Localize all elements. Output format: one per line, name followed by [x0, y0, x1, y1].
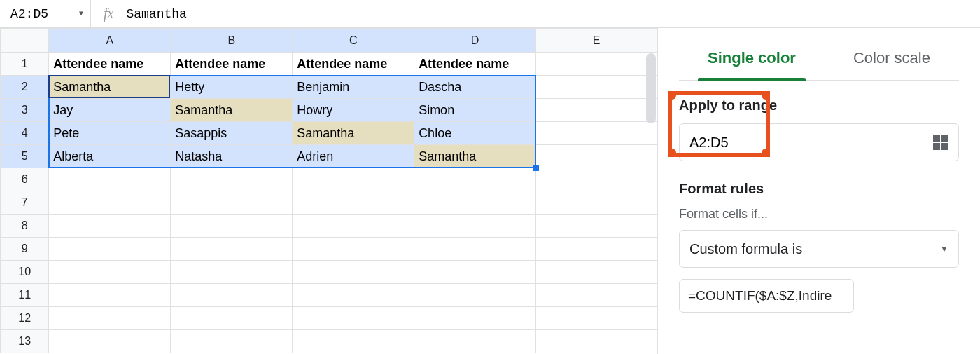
cell-C6[interactable] [293, 168, 414, 191]
row-header-2[interactable]: 2 [1, 76, 49, 99]
custom-formula-input[interactable] [679, 279, 854, 313]
cell-A8[interactable] [49, 215, 171, 238]
cell-A13[interactable] [49, 330, 171, 353]
select-all-corner[interactable] [1, 29, 49, 53]
column-header-A[interactable]: A [49, 29, 171, 53]
column-header-B[interactable]: B [171, 29, 293, 53]
cell-E8[interactable] [536, 215, 657, 238]
cell-A4[interactable]: Pete [49, 122, 171, 145]
cell-D6[interactable] [414, 168, 536, 191]
tab-single-color[interactable]: Single color [705, 42, 799, 80]
cell-E6[interactable] [536, 168, 657, 191]
format-cells-if-label: Format cells if... [679, 207, 959, 222]
chevron-down-icon[interactable]: ▼ [79, 10, 83, 18]
select-range-icon[interactable] [933, 135, 948, 150]
cell-C8[interactable] [293, 215, 414, 238]
cell-E12[interactable] [536, 307, 657, 330]
cell-D1[interactable]: Attendee name [414, 53, 536, 76]
row-header-13[interactable]: 13 [1, 330, 49, 353]
cell-D2[interactable]: Dascha [414, 76, 536, 99]
cell-E13[interactable] [536, 330, 657, 353]
cell-A11[interactable] [49, 284, 171, 307]
cell-B6[interactable] [171, 168, 293, 191]
cell-B12[interactable] [171, 307, 293, 330]
cell-B2[interactable]: Hetty [171, 76, 293, 99]
cell-A5[interactable]: Alberta [49, 145, 171, 168]
row-header-4[interactable]: 4 [1, 122, 49, 145]
cell-D13[interactable] [414, 330, 536, 353]
cell-D3[interactable]: Simon [414, 99, 536, 122]
cell-B4[interactable]: Sasappis [171, 122, 293, 145]
cell-B13[interactable] [171, 330, 293, 353]
cell-A1[interactable]: Attendee name [49, 53, 171, 76]
column-header-E[interactable]: E [536, 29, 657, 53]
row-header-3[interactable]: 3 [1, 99, 49, 122]
cell-A2[interactable]: Samantha [49, 76, 171, 99]
column-header-C[interactable]: C [293, 29, 414, 53]
cell-D8[interactable] [414, 215, 536, 238]
cell-D11[interactable] [414, 284, 536, 307]
spreadsheet-grid[interactable]: ABCDE1Attendee nameAttendee nameAttendee… [0, 28, 658, 354]
cell-D4[interactable]: Chloe [414, 122, 536, 145]
row-header-8[interactable]: 8 [1, 215, 49, 238]
cell-A10[interactable] [49, 261, 171, 284]
cell-A7[interactable] [49, 191, 171, 215]
cell-C5[interactable]: Adrien [293, 145, 414, 168]
cell-A12[interactable] [49, 307, 171, 330]
cell-A6[interactable] [49, 168, 171, 191]
conditional-format-sidebar: Single color Color scale Apply to range … [658, 28, 980, 354]
apply-to-range-field[interactable]: A2:D5 [679, 123, 959, 161]
cell-C4[interactable]: Samantha [293, 122, 414, 145]
row-header-7[interactable]: 7 [1, 191, 49, 215]
cell-E9[interactable] [536, 238, 657, 261]
cell-E5[interactable] [536, 145, 657, 168]
cell-D9[interactable] [414, 238, 536, 261]
cell-D5[interactable]: Samantha [414, 145, 536, 168]
formula-input[interactable]: Samantha [126, 7, 186, 21]
cell-E10[interactable] [536, 261, 657, 284]
format-tabs: Single color Color scale [679, 42, 959, 81]
cell-A9[interactable] [49, 238, 171, 261]
cell-E3[interactable] [536, 99, 657, 122]
cell-C1[interactable]: Attendee name [293, 53, 414, 76]
cell-D12[interactable] [414, 307, 536, 330]
cell-C10[interactable] [293, 261, 414, 284]
cell-D10[interactable] [414, 261, 536, 284]
cell-C9[interactable] [293, 238, 414, 261]
rule-type-value: Custom formula is [690, 241, 802, 257]
cell-B8[interactable] [171, 215, 293, 238]
cell-E7[interactable] [536, 191, 657, 215]
cell-C3[interactable]: Howry [293, 99, 414, 122]
cell-B5[interactable]: Natasha [171, 145, 293, 168]
column-header-D[interactable]: D [414, 29, 536, 53]
tab-color-scale[interactable]: Color scale [850, 42, 933, 80]
cell-C7[interactable] [293, 191, 414, 215]
scrollbar-vertical[interactable] [646, 53, 656, 123]
cell-E11[interactable] [536, 284, 657, 307]
cell-B7[interactable] [171, 191, 293, 215]
rule-type-select[interactable]: Custom formula is ▼ [679, 230, 959, 268]
cell-C2[interactable]: Benjamin [293, 76, 414, 99]
row-header-5[interactable]: 5 [1, 145, 49, 168]
row-header-10[interactable]: 10 [1, 261, 49, 284]
row-header-12[interactable]: 12 [1, 307, 49, 330]
cell-B10[interactable] [171, 261, 293, 284]
cell-E1[interactable] [536, 53, 657, 76]
cell-D7[interactable] [414, 191, 536, 215]
selection-drag-handle[interactable] [533, 165, 539, 171]
cell-C11[interactable] [293, 284, 414, 307]
cell-C13[interactable] [293, 330, 414, 353]
cell-B11[interactable] [171, 284, 293, 307]
name-box[interactable]: A2:D5 ▼ [0, 0, 91, 27]
cell-A3[interactable]: Jay [49, 99, 171, 122]
cell-C12[interactable] [293, 307, 414, 330]
cell-E2[interactable] [536, 76, 657, 99]
row-header-11[interactable]: 11 [1, 284, 49, 307]
cell-B1[interactable]: Attendee name [171, 53, 293, 76]
cell-B9[interactable] [171, 238, 293, 261]
row-header-6[interactable]: 6 [1, 168, 49, 191]
cell-B3[interactable]: Samantha [171, 99, 293, 122]
row-header-9[interactable]: 9 [1, 238, 49, 261]
row-header-1[interactable]: 1 [1, 53, 49, 76]
cell-E4[interactable] [536, 122, 657, 145]
